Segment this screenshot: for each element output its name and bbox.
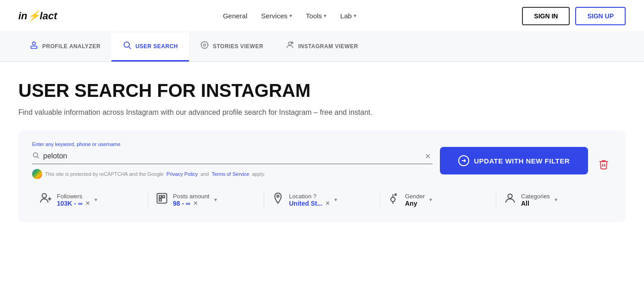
tab-instagram-viewer-label: INSTAGRAM VIEWER	[298, 43, 358, 50]
tools-chevron-icon: ▾	[324, 13, 327, 19]
update-filter-label: UPDATE WITH NEW FILTER	[474, 157, 570, 165]
nav-services[interactable]: Services▾	[261, 12, 292, 20]
logo-text-in: in	[18, 10, 28, 22]
signup-button[interactable]: SIGN UP	[575, 7, 626, 25]
svg-line-3	[129, 47, 131, 49]
search-input[interactable]	[43, 152, 423, 160]
svg-rect-16	[159, 196, 161, 198]
filter-posts: Posts amount 98 - ∞ ✕ ▾	[148, 188, 264, 211]
svg-line-13	[37, 157, 39, 158]
gender-chevron-icon[interactable]: ▾	[429, 197, 432, 203]
recaptcha-apply: apply.	[252, 171, 265, 177]
page-title: USER SEARCH FOR INSTAGRAM	[18, 80, 626, 101]
followers-label: Followers	[57, 193, 90, 200]
categories-filter-info: Categories All	[521, 193, 550, 207]
posts-label: Posts amount	[173, 193, 210, 200]
svg-point-12	[33, 153, 38, 157]
followers-value: 103K - ∞ ✕	[57, 200, 90, 207]
svg-point-11	[291, 42, 293, 43]
terms-link[interactable]: Terms of Service	[211, 171, 249, 177]
svg-rect-1	[31, 46, 37, 49]
followers-filter-info: Followers 103K - ∞ ✕	[57, 193, 90, 207]
svg-point-0	[33, 42, 36, 45]
services-chevron-icon: ▾	[289, 13, 292, 19]
filter-categories: Categories All ▾	[496, 188, 612, 211]
svg-point-19	[277, 195, 279, 197]
profile-analyzer-icon	[29, 40, 39, 52]
svg-rect-18	[159, 199, 161, 201]
filter-location: Location ? United St... ✕ ▾	[264, 188, 380, 211]
search-input-row: ✕	[32, 149, 433, 164]
filter-row: Followers 103K - ∞ ✕ ▾	[32, 188, 612, 211]
tab-stories-viewer[interactable]: STORIES VIEWER	[189, 32, 274, 62]
recaptcha-and: and	[200, 171, 209, 177]
gender-filter-info: Gender Any	[405, 193, 425, 207]
search-row: Enter any keyword, phone or username ✕ T…	[32, 141, 612, 179]
followers-chevron-icon[interactable]: ▾	[94, 197, 97, 203]
location-clear-icon[interactable]: ✕	[325, 200, 330, 207]
posts-value: 98 - ∞ ✕	[173, 200, 210, 207]
tabs-bar: PROFILE ANALYZER USER SEARCH STORIES VIE…	[0, 32, 644, 62]
posts-filter-icon	[155, 192, 168, 208]
svg-point-2	[124, 42, 129, 47]
signin-button[interactable]: SIGN IN	[522, 7, 570, 25]
search-panel: Enter any keyword, phone or username ✕ T…	[18, 130, 626, 222]
gender-filter-icon	[388, 192, 400, 208]
nav-lab[interactable]: Lab▾	[340, 12, 356, 20]
update-filter-icon: ➜	[458, 155, 469, 166]
delete-button[interactable]	[595, 159, 612, 173]
posts-filter-info: Posts amount 98 - ∞ ✕	[173, 193, 210, 207]
location-filter-icon	[272, 192, 284, 208]
tab-profile-analyzer[interactable]: PROFILE ANALYZER	[18, 32, 111, 62]
tab-stories-viewer-label: STORIES VIEWER	[213, 43, 263, 50]
svg-rect-17	[162, 196, 165, 198]
recaptcha-logo-icon	[32, 169, 42, 179]
svg-point-5	[203, 44, 205, 46]
update-filter-button[interactable]: ➜ UPDATE WITH NEW FILTER	[440, 147, 588, 174]
posts-chevron-icon[interactable]: ▾	[214, 197, 217, 203]
user-search-icon	[122, 40, 132, 52]
filter-followers: Followers 103K - ∞ ✕ ▾	[32, 188, 148, 211]
logo[interactable]: in⚡lact	[18, 10, 57, 22]
tab-profile-analyzer-label: PROFILE ANALYZER	[42, 43, 100, 50]
categories-value: All	[521, 200, 550, 207]
svg-point-22	[508, 194, 512, 198]
gender-value: Any	[405, 200, 425, 207]
gender-label: Gender	[405, 193, 425, 200]
svg-point-14	[42, 194, 46, 198]
search-box-wrapper: Enter any keyword, phone or username ✕ T…	[32, 141, 433, 179]
posts-clear-icon[interactable]: ✕	[193, 200, 198, 207]
instagram-viewer-icon	[285, 40, 294, 52]
nav-general[interactable]: General	[223, 12, 247, 20]
logo-text-lact: lact	[40, 10, 57, 22]
privacy-policy-link[interactable]: Privacy Policy	[167, 171, 198, 177]
location-filter-info: Location ? United St... ✕	[289, 193, 330, 207]
svg-point-10	[289, 42, 292, 45]
tab-user-search[interactable]: USER SEARCH	[111, 32, 189, 62]
logo-bolt: ⚡	[28, 10, 40, 22]
page-subtitle: Find valuable information across Instagr…	[18, 108, 626, 117]
nav-tools[interactable]: Tools▾	[306, 12, 327, 20]
main-content: USER SEARCH FOR INSTAGRAM Find valuable …	[0, 62, 644, 236]
svg-point-20	[391, 197, 395, 202]
categories-filter-icon	[504, 192, 516, 208]
lab-chevron-icon: ▾	[354, 13, 356, 19]
search-icon	[32, 152, 39, 161]
tab-instagram-viewer[interactable]: INSTAGRAM VIEWER	[274, 32, 369, 62]
stories-viewer-icon	[200, 40, 209, 52]
search-label: Enter any keyword, phone or username	[32, 141, 433, 147]
location-chevron-icon[interactable]: ▾	[334, 197, 337, 203]
location-value: United St... ✕	[289, 200, 330, 207]
tab-user-search-label: USER SEARCH	[135, 43, 178, 50]
filter-gender: Gender Any ▾	[380, 188, 496, 211]
svg-point-4	[201, 42, 208, 49]
followers-clear-icon[interactable]: ✕	[85, 200, 90, 207]
recaptcha-notice: This site is protected by reCAPTCHA and …	[32, 169, 433, 179]
svg-rect-15	[157, 194, 167, 203]
followers-filter-icon	[39, 192, 52, 208]
clear-search-button[interactable]: ✕	[423, 152, 433, 161]
categories-chevron-icon[interactable]: ▾	[555, 197, 557, 203]
auth-buttons: SIGN IN SIGN UP	[522, 7, 626, 25]
main-nav: General Services▾ Tools▾ Lab▾	[223, 12, 356, 20]
recaptcha-text: This site is protected by reCAPTCHA and …	[45, 171, 164, 177]
